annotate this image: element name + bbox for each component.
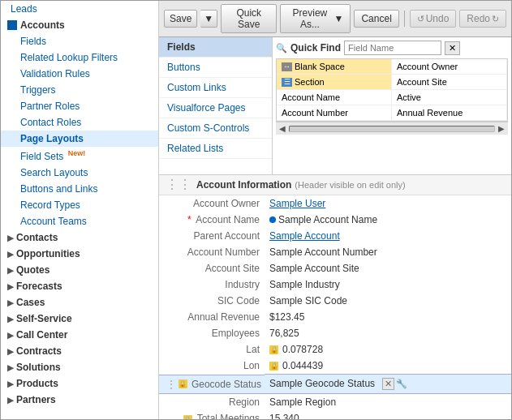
sidebar-item-partner-roles[interactable]: Partner Roles (1, 98, 158, 114)
sidebar-item-record-types[interactable]: Record Types (1, 197, 158, 213)
table-row: Account Owner Sample User (159, 195, 511, 212)
scroll-right-button[interactable]: ▶ (498, 124, 505, 133)
sidebar-item-account-teams[interactable]: Account Teams (1, 213, 158, 229)
content-area: ⋮⋮ Account Information (Header visible o… (159, 175, 511, 419)
table-row: Industry Sample Industry (159, 276, 511, 293)
products-expand-icon: ▶ (7, 379, 14, 388)
quick-find-panel: 🔍 Quick Find ✕ ↔ Blank Space Account Own… (273, 37, 511, 174)
field-list-buttons[interactable]: Buttons (159, 58, 272, 78)
sidebar-item-contact-roles[interactable]: Contact Roles (1, 114, 158, 131)
quick-find-clear-button[interactable]: ✕ (445, 41, 460, 55)
sidebar-item-products[interactable]: ▶ Products (1, 375, 158, 392)
redo-button[interactable]: Redo ↻ (459, 10, 506, 28)
label-lat: Lat (159, 341, 265, 358)
contacts-expand-icon: ▶ (7, 234, 14, 242)
save-button[interactable]: Save (164, 10, 197, 28)
search-icon: 🔍 (276, 43, 287, 54)
table-row: Account Site Sample Account Site (159, 260, 511, 276)
value-account-owner[interactable]: Sample User (265, 195, 511, 212)
lat-label: Lat (246, 344, 260, 355)
geocode-delete-icon[interactable]: ✕ (382, 378, 394, 390)
label-industry: Industry (159, 276, 265, 293)
lock-icon-geocode: 🔒 (179, 379, 187, 388)
sidebar-item-self-service[interactable]: ▶ Self-Service (1, 311, 158, 327)
geocode-row: ⋮ 🔒 Geocode Status Sample Geocode Status… (159, 375, 511, 394)
sidebar-item-related-lookup-filters[interactable]: Related Lookup Filters (1, 49, 158, 66)
lock-icon: 🔒 (269, 345, 278, 354)
label-employees: Employees (159, 325, 265, 341)
scroll-track[interactable] (289, 126, 495, 132)
quick-save-button[interactable]: Quick Save (221, 4, 277, 33)
field-cell-blank-space[interactable]: ↔ Blank Space (277, 59, 392, 75)
lock-icon-lon: 🔒 (269, 362, 278, 371)
cancel-button[interactable]: Cancel (354, 10, 398, 28)
sidebar-item-call-center[interactable]: ▶ Call Center (1, 327, 158, 343)
undo-button[interactable]: ↺ Undo (410, 10, 457, 28)
preview-as-button[interactable]: Preview As... ▼ (280, 4, 351, 33)
value-annual-revenue: $123.45 (265, 309, 511, 325)
value-total-meetings: 15,340 (265, 410, 511, 419)
field-list-custom-scontrols[interactable]: Custom S-Controls (159, 118, 272, 139)
sidebar-item-quotes[interactable]: ▶ Quotes (1, 262, 158, 278)
scroll-left-button[interactable]: ◀ (279, 124, 286, 133)
toolbar-separator (404, 11, 405, 27)
field-list: Fields Buttons Custom Links Visualforce … (159, 37, 273, 174)
sidebar-item-field-sets[interactable]: Field Sets New! (1, 147, 158, 165)
sidebar-item-opportunities[interactable]: ▶ Opportunities (1, 246, 158, 262)
table-row: 🔒 Total Meetings 15,340 (159, 410, 511, 419)
sidebar-item-contracts[interactable]: ▶ Contracts (1, 343, 158, 359)
blank-space-icon: ↔ (282, 62, 292, 71)
sidebar-item-page-layouts[interactable]: Page Layouts (1, 131, 158, 147)
value-lat: 🔒 0.078728 (265, 341, 511, 358)
fields-grid: ↔ Blank Space Account Owner ☰ Section Ac… (276, 58, 508, 122)
value-lon: 🔒 0.044439 (265, 358, 511, 374)
value-parent-account[interactable]: Sample Account (265, 228, 511, 244)
toolbar: Save ▼ Quick Save Preview As... ▼ Cancel… (159, 1, 511, 37)
accounts-icon (7, 20, 17, 30)
lock-icon-meetings: 🔒 (183, 415, 192, 419)
field-cell-account-number[interactable]: Account Number (277, 105, 392, 121)
sidebar-item-fields[interactable]: Fields (1, 33, 158, 49)
label-lon: Lon (159, 358, 265, 375)
sidebar-item-triggers[interactable]: Triggers (1, 82, 158, 98)
new-badge: New! (68, 149, 86, 157)
fields-scroll-area: ◀ ▶ (276, 122, 508, 135)
field-cell-annual-revenue[interactable]: Annual Revenue (392, 105, 507, 121)
sidebar-item-cases[interactable]: ▶ Cases (1, 294, 158, 311)
field-panel-area: Fields Buttons Custom Links Visualforce … (159, 37, 511, 175)
save-dropdown-button[interactable]: ▼ (200, 10, 217, 28)
label-annual-revenue: Annual Revenue (159, 309, 265, 325)
label-account-name: * Account Name (159, 212, 265, 228)
table-row: Annual Revenue $123.45 (159, 309, 511, 325)
field-cell-account-name[interactable]: Account Name (277, 90, 392, 105)
geocode-wrench-icon[interactable]: 🔧 (396, 379, 407, 389)
field-cell-section[interactable]: ☰ Section (277, 75, 392, 90)
sidebar-item-accounts[interactable]: Accounts (1, 17, 158, 33)
sidebar: Leads Accounts Fields Related Lookup Fil… (1, 1, 159, 419)
table-row: Employees 76,825 (159, 325, 511, 341)
table-row: * Account Name Sample Account Name (159, 212, 511, 228)
sidebar-item-validation-rules[interactable]: Validation Rules (1, 66, 158, 82)
value-sic-code: Sample SIC Code (265, 293, 511, 309)
sidebar-item-buttons-links[interactable]: Buttons and Links (1, 181, 158, 197)
quick-find-input[interactable] (344, 41, 441, 55)
sidebar-item-forecasts[interactable]: ▶ Forecasts (1, 278, 158, 294)
field-list-fields[interactable]: Fields (159, 37, 272, 58)
label-region: Region (159, 394, 265, 411)
field-list-related-lists[interactable]: Related Lists (159, 139, 272, 159)
label-total-meetings: 🔒 Total Meetings (159, 410, 265, 419)
quick-find-header: 🔍 Quick Find ✕ (276, 41, 508, 55)
sidebar-item-solutions[interactable]: ▶ Solutions (1, 359, 158, 375)
label-account-number: Account Number (159, 244, 265, 260)
field-cell-active[interactable]: Active (392, 90, 507, 105)
sidebar-item-partners[interactable]: ▶ Partners (1, 392, 158, 408)
cases-expand-icon: ▶ (7, 298, 14, 307)
sidebar-item-contacts[interactable]: ▶ Contacts (1, 229, 158, 246)
field-list-custom-links[interactable]: Custom Links (159, 78, 272, 98)
field-list-visualforce[interactable]: Visualforce Pages (159, 98, 272, 118)
field-cell-account-site[interactable]: Account Site (392, 75, 507, 90)
sidebar-item-search-layouts[interactable]: Search Layouts (1, 165, 158, 181)
field-cell-account-owner[interactable]: Account Owner (392, 59, 507, 75)
sidebar-item-leads[interactable]: Leads (1, 1, 158, 17)
contracts-expand-icon: ▶ (7, 347, 14, 356)
